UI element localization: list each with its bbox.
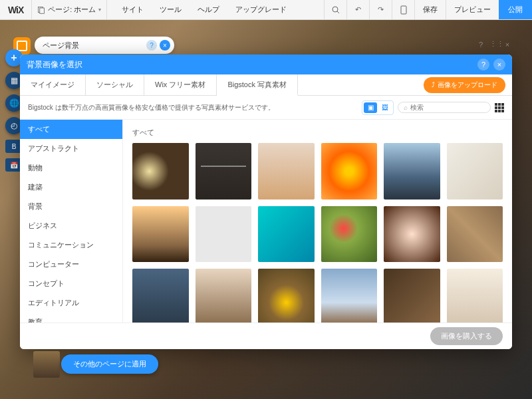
modal-footer: 画像を購入する (20, 323, 512, 349)
thumbnail[interactable] (132, 206, 189, 263)
thumbnail[interactable] (384, 206, 440, 263)
undo-button[interactable]: ↶ (346, 0, 369, 19)
category-computer[interactable]: コンピューター (20, 255, 122, 274)
image-picker-modal: 背景画像を選択 ? × マイイメージ ソーシャル Wix フリー素材 Bigst… (20, 55, 512, 349)
thumbnail[interactable] (196, 143, 252, 200)
zoom-button[interactable] (324, 0, 346, 19)
category-animals[interactable]: 動物 (20, 158, 122, 178)
drag-icon[interactable]: ⋮⋮ (489, 40, 499, 49)
tab-bigstock[interactable]: Bigstock 写真素材 (217, 74, 298, 96)
top-toolbar: WiX ページ: ホーム ▾ サイト ツール ヘルプ アップグレード ↶ ↷ 保… (0, 0, 532, 20)
source-description: Bigstock は数千万点の高画質画像を格安な価格で提供する写真素材サービスで… (28, 103, 275, 112)
thumbnail[interactable] (384, 143, 440, 200)
svg-point-2 (332, 7, 338, 12)
canvas-close-icon[interactable]: × (503, 41, 512, 49)
thumbnail[interactable] (132, 143, 189, 200)
category-list: すべて アブストラクト 動物 建築 背景 ビジネス コミュニケーション コンピュ… (20, 120, 123, 323)
thumbnail[interactable] (258, 269, 315, 323)
gallery: すべて (123, 120, 512, 323)
category-editorial[interactable]: エディトリアル (20, 293, 122, 313)
pages-icon (37, 6, 45, 14)
apply-to-pages-button[interactable]: その他のページに適用 (61, 354, 158, 374)
thumbnail-grid (132, 143, 503, 323)
tab-my-images[interactable]: マイイメージ (20, 74, 86, 95)
thumbnail[interactable] (447, 269, 503, 323)
svg-rect-4 (401, 6, 406, 14)
modal-close-icon[interactable]: × (493, 59, 505, 70)
svg-rect-1 (40, 8, 45, 13)
menu-help[interactable]: ヘルプ (190, 5, 227, 15)
tab-wix-free[interactable]: Wix フリー素材 (144, 74, 217, 95)
thumbnail[interactable] (258, 143, 315, 200)
menu-site[interactable]: サイト (114, 5, 152, 15)
category-architecture[interactable]: 建築 (20, 178, 122, 197)
source-tabs: マイイメージ ソーシャル Wix フリー素材 Bigstock 写真素材 ⤴ 画… (20, 74, 512, 96)
search-icon: ⌕ (404, 104, 408, 111)
help-icon[interactable]: ? (146, 40, 157, 51)
modal-body: すべて アブストラクト 動物 建築 背景 ビジネス コミュニケーション コンピュ… (20, 120, 512, 323)
upload-button[interactable]: ⤴ 画像をアップロード (424, 77, 505, 93)
close-panel-icon[interactable]: × (160, 40, 170, 51)
gallery-heading: すべて (132, 125, 503, 143)
search-box[interactable]: ⌕ (398, 102, 491, 113)
svg-line-3 (337, 11, 339, 13)
chevron-down-icon: ▾ (98, 7, 101, 13)
photo-filter-icon[interactable]: ▣ (364, 102, 377, 113)
preview-button[interactable]: プレビュー (446, 0, 499, 19)
mobile-view-button[interactable] (392, 0, 414, 19)
category-abstract[interactable]: アブストラクト (20, 139, 122, 158)
wix-logo: WiX (0, 5, 31, 15)
redo-button[interactable]: ↷ (369, 0, 392, 19)
thumbnail[interactable] (321, 143, 378, 200)
thumbnail[interactable] (321, 269, 378, 323)
grid-view-icon[interactable] (495, 103, 504, 112)
category-concept[interactable]: コンセプト (20, 274, 122, 293)
thumbnail[interactable] (447, 143, 503, 200)
page-selector[interactable]: ページ: ホーム ▾ (31, 0, 107, 19)
category-business[interactable]: ビジネス (20, 216, 122, 235)
tab-social[interactable]: ソーシャル (86, 74, 144, 95)
save-button[interactable]: 保存 (414, 0, 446, 19)
menu-tools[interactable]: ツール (152, 5, 190, 15)
category-communication[interactable]: コミュニケーション (20, 235, 122, 255)
filter-toggle[interactable]: ▣ 🖼 (362, 100, 394, 115)
category-all[interactable]: すべて (20, 120, 122, 139)
thumbnail[interactable] (447, 206, 503, 263)
category-education[interactable]: 教育 (20, 313, 122, 323)
page-label: ページ: ホーム (48, 5, 96, 15)
modal-header: 背景画像を選択 ? × (20, 55, 512, 74)
background-panel-header: ページ背景 ? × (35, 37, 174, 54)
category-backgrounds[interactable]: 背景 (20, 197, 122, 216)
publish-button[interactable]: 公開 (499, 0, 532, 19)
search-input[interactable] (410, 104, 477, 111)
menu-upgrade[interactable]: アップグレード (227, 5, 295, 15)
panel-title: ページ背景 (43, 41, 79, 51)
canvas-help-icon[interactable]: ? (476, 41, 485, 49)
subbar: Bigstock は数千万点の高画質画像を格安な価格で提供する写真素材サービスで… (20, 96, 512, 120)
image-filter-icon[interactable]: 🖼 (378, 102, 392, 113)
thumbnail[interactable] (258, 206, 315, 263)
thumbnail[interactable] (196, 206, 252, 263)
thumbnail[interactable] (132, 269, 189, 323)
topbar-right: ↶ ↷ 保存 プレビュー 公開 (324, 0, 532, 19)
thumbnail[interactable] (384, 269, 440, 323)
current-bg-thumb[interactable] (33, 351, 60, 378)
upload-icon: ⤴ (432, 81, 435, 88)
modal-help-icon[interactable]: ? (477, 59, 489, 70)
modal-title: 背景画像を選択 (27, 59, 82, 70)
menu: サイト ツール ヘルプ アップグレード (114, 5, 295, 15)
thumbnail[interactable] (196, 269, 252, 323)
purchase-button[interactable]: 画像を購入する (430, 327, 503, 345)
canvas-controls: ? ⋮⋮ × (476, 40, 512, 49)
thumbnail[interactable] (321, 206, 378, 263)
